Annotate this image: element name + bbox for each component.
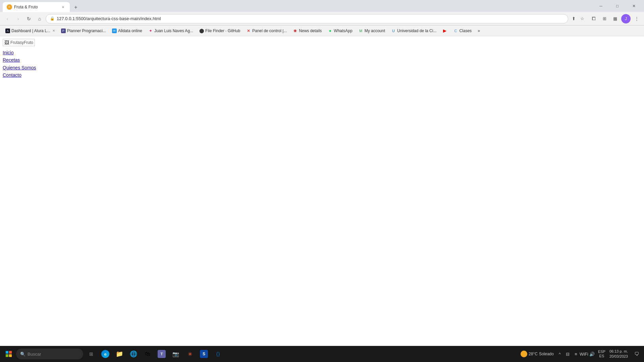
tray-wifi-icon[interactable]: WiFi bbox=[581, 351, 587, 357]
more-options-button[interactable]: ⋮ bbox=[632, 14, 641, 23]
system-tray: ^ ⊟ ≡ WiFi 🔊 bbox=[556, 351, 595, 357]
nav-link-inicio[interactable]: Inicio bbox=[3, 49, 641, 56]
bookmark-favicon-myaccount: M bbox=[359, 28, 363, 33]
bookmark-clases[interactable]: C Clases bbox=[450, 28, 474, 34]
tab-bar: F Fruta & Fruto × + bbox=[3, 0, 591, 12]
site-navigation: Inicio Recetas Quienes Somos Contacto bbox=[3, 49, 641, 79]
bookmark-juan-luis[interactable]: ✦ Juan Luis Naves Ag... bbox=[146, 28, 196, 34]
search-icon: 🔍 bbox=[20, 352, 25, 357]
bookmark-label-alura: Dashboard | Alura L... bbox=[11, 28, 50, 33]
stackedit-icon: S bbox=[200, 350, 208, 358]
bookmark-youtube[interactable]: ▶ bbox=[440, 28, 450, 34]
nav-link-quienes-somos[interactable]: Quienes Somos bbox=[3, 64, 641, 71]
tray-network-icon[interactable]: ⊟ bbox=[565, 351, 571, 357]
page-inner: 🖼 FrutasyFruto Inicio Recetas Quienes So… bbox=[0, 36, 644, 82]
start-button[interactable] bbox=[3, 348, 15, 360]
tab-close-button[interactable]: × bbox=[60, 4, 66, 10]
bookmark-label-juan: Juan Luis Naves Ag... bbox=[154, 28, 193, 33]
minimize-button[interactable]: ─ bbox=[593, 1, 608, 11]
taskbar-app-store[interactable]: 🛍 bbox=[141, 347, 154, 361]
nav-link-recetas[interactable]: Recetas bbox=[3, 56, 641, 64]
forward-button[interactable]: › bbox=[13, 14, 23, 23]
bookmark-alldata[interactable]: ✉ Alldata online bbox=[109, 28, 145, 34]
bookmark-favicon-whatsapp: ● bbox=[328, 28, 332, 33]
nav-link-contacto[interactable]: Contacto bbox=[3, 71, 641, 79]
taskbar-clock[interactable]: 06:13 p. m. 20/03/2023 bbox=[608, 349, 629, 359]
taskbar-app-chrome[interactable]: 🌐 bbox=[127, 347, 140, 361]
taskbar-app-explorer[interactable]: 📁 bbox=[113, 347, 126, 361]
bookmark-favicon-news: ❀ bbox=[293, 28, 298, 33]
search-input[interactable] bbox=[28, 352, 78, 357]
bookmark-whatsapp[interactable]: ● WhatsApp bbox=[325, 28, 355, 34]
teams-icon: T bbox=[158, 350, 166, 358]
taskbar-right: 28°C Soleado ^ ⊟ ≡ WiFi 🔊 ESP ES 06:13 p… bbox=[521, 349, 641, 359]
active-tab[interactable]: F Fruta & Fruto × bbox=[3, 2, 70, 12]
bookmark-planner[interactable]: P Planner Programaci... bbox=[58, 28, 109, 34]
bookmark-label-github: File Finder · GitHub bbox=[205, 28, 240, 33]
bookmark-favicon-alura: A bbox=[5, 28, 10, 33]
bookmark-favicon-panel: ✕ bbox=[246, 28, 251, 33]
bookmark-label-planner: Planner Programaci... bbox=[67, 28, 106, 33]
clock-time: 06:13 p. m. bbox=[609, 349, 628, 354]
bookmark-label-myaccount: My account bbox=[365, 28, 385, 33]
tray-volume-icon[interactable]: 🔊 bbox=[589, 351, 595, 357]
tray-taskbar-icon[interactable]: ≡ bbox=[573, 351, 579, 357]
bookmark-file-finder[interactable]: ⬤ File Finder · GitHub bbox=[197, 28, 243, 34]
bookmarks-bar: A Dashboard | Alura L... ✕ P Planner Pro… bbox=[0, 25, 644, 36]
bookmark-label-clases: Clases bbox=[459, 28, 472, 33]
profiles-button[interactable]: ⊞ bbox=[600, 14, 609, 23]
clock-date: 20/03/2023 bbox=[609, 354, 628, 359]
taskbar-app-stackedit[interactable]: S bbox=[197, 347, 211, 361]
navigation-bar: ‹ › ↻ ⌂ 🔒 127.0.0.1:5500/arquitectura-cs… bbox=[0, 12, 644, 25]
bookmark-news-details[interactable]: ❀ News details bbox=[290, 28, 324, 34]
tray-chevron[interactable]: ^ bbox=[556, 351, 563, 357]
reload-button[interactable]: ↻ bbox=[24, 14, 34, 23]
extensions-button[interactable]: ⧠ bbox=[589, 14, 598, 23]
address-bar-actions: ⬆ ☆ bbox=[570, 15, 586, 23]
new-tab-button[interactable]: + bbox=[71, 3, 80, 12]
taskbar-apps: ⊞ e 📁 🌐 🛍 T 📷 ✳ S bbox=[85, 347, 519, 361]
bookmark-my-account[interactable]: M My account bbox=[356, 28, 388, 34]
pinwheel-icon: ✳ bbox=[186, 350, 194, 358]
sidebar-button[interactable]: ▦ bbox=[610, 14, 620, 23]
page-content: 🖼 FrutasyFruto Inicio Recetas Quienes So… bbox=[0, 36, 644, 346]
bookmark-universidad[interactable]: U Universidad de la Ci... bbox=[388, 28, 439, 34]
window-controls: ─ □ ✕ bbox=[593, 1, 641, 11]
taskbar-app-edge[interactable]: e bbox=[99, 347, 112, 361]
share-button[interactable]: ⬆ bbox=[570, 15, 578, 23]
explorer-icon: 📁 bbox=[115, 350, 123, 358]
bookmark-dashboard-alura[interactable]: A Dashboard | Alura L... ✕ bbox=[3, 28, 58, 34]
taskbar-search[interactable]: 🔍 bbox=[16, 349, 83, 359]
chrome-icon: 🌐 bbox=[129, 350, 138, 358]
weather-widget: 28°C Soleado bbox=[521, 351, 554, 357]
taskview-button[interactable]: ⊞ bbox=[85, 347, 98, 361]
notification-button[interactable]: 🗨 bbox=[632, 349, 641, 359]
back-button[interactable]: ‹ bbox=[3, 14, 12, 23]
browser-window: F Fruta & Fruto × + ─ □ ✕ ‹ › ↻ ⌂ 🔒 127.… bbox=[0, 0, 644, 362]
bookmark-favicon-universidad: U bbox=[391, 28, 396, 33]
home-button[interactable]: ⌂ bbox=[35, 14, 44, 23]
close-button[interactable]: ✕ bbox=[626, 1, 641, 11]
taskbar-app-pinwheel[interactable]: ✳ bbox=[183, 347, 197, 361]
windows-logo-icon bbox=[6, 351, 12, 357]
bookmark-close-alura[interactable]: ✕ bbox=[52, 29, 55, 33]
maximize-button[interactable]: □ bbox=[610, 1, 625, 11]
address-bar[interactable]: 🔒 127.0.0.1:5500/arquitectura-css-base-m… bbox=[46, 14, 568, 23]
taskbar-app-camera[interactable]: 📷 bbox=[169, 347, 182, 361]
edge-icon: e bbox=[101, 350, 109, 358]
title-bar: F Fruta & Fruto × + ─ □ ✕ bbox=[0, 0, 644, 12]
camera-icon: 📷 bbox=[172, 350, 180, 358]
taskbar: 🔍 ⊞ e 📁 🌐 🛍 T 📷 bbox=[0, 346, 644, 362]
user-profile-button[interactable]: J bbox=[621, 14, 631, 23]
bookmark-favicon-alldata: ✉ bbox=[112, 28, 117, 33]
taskbar-app-teams[interactable]: T bbox=[155, 347, 168, 361]
taskbar-app-vscode[interactable]: ⟨⟩ bbox=[211, 347, 225, 361]
bookmark-favicon-clases: C bbox=[453, 28, 458, 33]
browser-action-buttons: ⧠ ⊞ ▦ J ⋮ bbox=[589, 14, 641, 23]
vscode-icon: ⟨⟩ bbox=[214, 350, 222, 358]
bookmark-star-button[interactable]: ☆ bbox=[578, 15, 586, 23]
bookmark-panel-control[interactable]: ✕ Panel de control |... bbox=[244, 28, 289, 34]
tab-title: Fruta & Fruto bbox=[14, 5, 58, 9]
language-indicator[interactable]: ESP ES bbox=[598, 350, 605, 358]
more-bookmarks-button[interactable]: » bbox=[475, 28, 483, 34]
